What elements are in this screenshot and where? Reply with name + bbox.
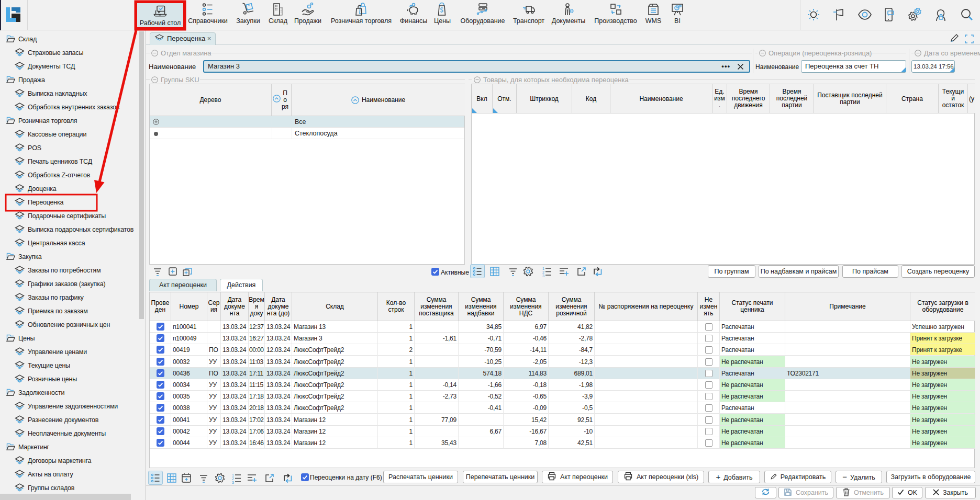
svg-text:3: 3	[542, 274, 544, 277]
svg-text:1: 1	[232, 473, 234, 477]
svg-text:2: 2	[232, 477, 234, 481]
svg-text:2: 2	[542, 270, 544, 274]
svg-text:1: 1	[542, 267, 544, 270]
svg-text:3: 3	[232, 481, 234, 484]
